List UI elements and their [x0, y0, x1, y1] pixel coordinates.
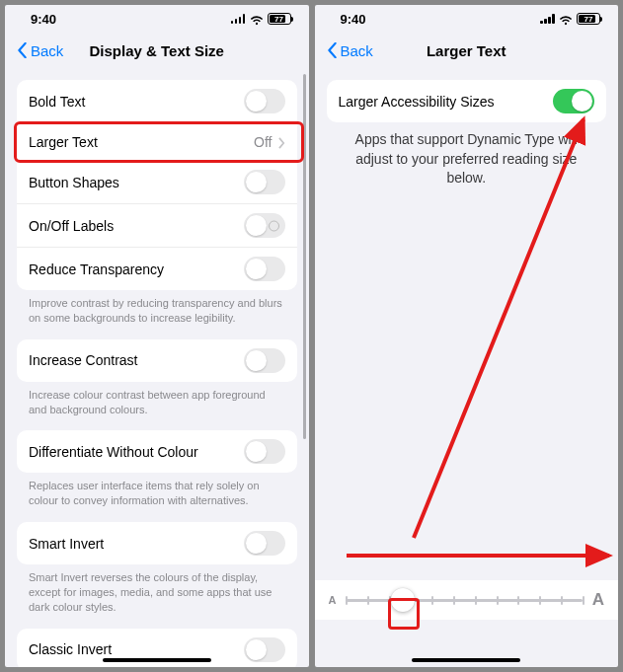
row-accessibility-sizes[interactable]: Larger Accessibility Sizes [327, 80, 607, 122]
slider-track[interactable] [346, 599, 582, 602]
toggle-reduce-transparency[interactable] [244, 257, 285, 281]
nav-bar: Back Display & Text Size [5, 33, 309, 68]
hint-text: Apps that support Dynamic Type will adju… [327, 122, 607, 188]
status-bar: 9:40 77 [315, 5, 619, 33]
row-larger-text[interactable]: Larger Text Off [17, 122, 297, 160]
slider-min-icon: A [329, 594, 337, 606]
back-button[interactable]: Back [17, 42, 63, 59]
back-label: Back [341, 42, 373, 59]
status-time: 9:40 [31, 12, 56, 27]
battery-icon: 77 [577, 13, 600, 25]
chevron-right-icon [278, 136, 285, 148]
footer-differentiate: Replaces user interface items that rely … [17, 473, 297, 522]
toggle-button-shapes[interactable] [244, 170, 285, 194]
row-onoff-labels[interactable]: On/Off Labels [17, 203, 297, 247]
status-bar: 9:40 77 [5, 5, 309, 33]
cellular-icon [540, 14, 555, 24]
slider-max-icon: A [592, 590, 604, 610]
toggle-onoff-labels[interactable] [244, 213, 285, 238]
battery-icon: 77 [268, 13, 291, 25]
toggle-smart-invert[interactable] [244, 531, 285, 556]
row-reduce-transparency[interactable]: Reduce Transparency [17, 247, 297, 290]
status-time: 9:40 [341, 12, 366, 27]
wifi-icon [559, 14, 573, 25]
back-button[interactable]: Back [327, 42, 373, 59]
toggle-bold-text[interactable] [244, 89, 285, 113]
cellular-icon [231, 14, 246, 24]
nav-bar: Back Larger Text [315, 33, 619, 68]
row-button-shapes[interactable]: Button Shapes [17, 160, 297, 203]
footer-smart-invert: Smart Invert reverses the colours of the… [17, 564, 297, 629]
row-smart-invert[interactable]: Smart Invert [17, 522, 297, 564]
toggle-increase-contrast[interactable] [244, 348, 285, 373]
screenshot-right: 9:40 77 Back Larger Text Larger Accessib… [315, 5, 619, 667]
slider-thumb[interactable] [391, 588, 415, 612]
row-differentiate-colour[interactable]: Differentiate Without Colour [17, 430, 297, 473]
text-size-slider[interactable]: A A [315, 580, 619, 620]
back-label: Back [31, 42, 63, 59]
footer-reduce-transparency: Improve contrast by reducing transparenc… [17, 290, 297, 339]
row-increase-contrast[interactable]: Increase Contrast [17, 339, 297, 382]
row-bold-text[interactable]: Bold Text [17, 80, 297, 122]
screenshot-left: 9:40 77 Back Display & Text Size Bold Te… [5, 5, 309, 667]
toggle-differentiate[interactable] [244, 439, 285, 464]
wifi-icon [250, 14, 264, 25]
footer-increase-contrast: Increase colour contrast between app for… [17, 382, 297, 431]
scroll-indicator [303, 74, 306, 439]
toggle-classic-invert[interactable] [244, 637, 285, 662]
toggle-accessibility-sizes[interactable] [553, 89, 594, 113]
home-indicator[interactable] [103, 658, 211, 662]
home-indicator[interactable] [412, 658, 520, 662]
